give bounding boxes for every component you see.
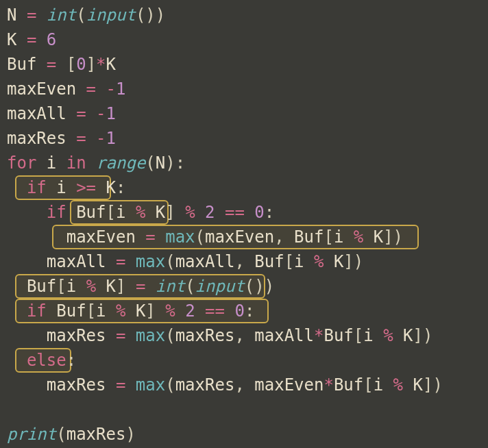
code-line-2: K = 6: [7, 27, 481, 52]
code-line-12: Buf[i % K] = int(input()): [7, 274, 481, 299]
code-line-6: maxRes = -1: [7, 126, 481, 151]
code-line-15: else:: [7, 348, 481, 373]
code-line-11: maxAll = max(maxAll, Buf[i % K]): [7, 249, 481, 274]
code-line-1: N = int(input()): [7, 3, 481, 27]
code-line-10: maxEven = max(maxEven, Buf[i % K]): [7, 225, 481, 249]
code-line-17-blank: [7, 397, 481, 422]
code-line-18: print(maxRes): [7, 422, 481, 447]
code-line-3: Buf = [0]*K: [7, 52, 481, 77]
code-line-8: if i >= K:: [7, 175, 481, 200]
code-line-16: maxRes = max(maxRes, maxEven*Buf[i % K]): [7, 373, 481, 397]
code-line-14: maxRes = max(maxRes, maxAll*Buf[i % K]): [7, 323, 481, 348]
code-editor[interactable]: N = int(input()) K = 6 Buf = [0]*K maxEv…: [7, 3, 481, 447]
code-line-13: if Buf[i % K] % 2 == 0:: [7, 299, 481, 323]
code-line-5: maxAll = -1: [7, 101, 481, 126]
code-line-9: if Buf[i % K] % 2 == 0:: [7, 200, 481, 225]
code-line-7: for i in range(N):: [7, 151, 481, 175]
code-line-4: maxEven = -1: [7, 77, 481, 101]
